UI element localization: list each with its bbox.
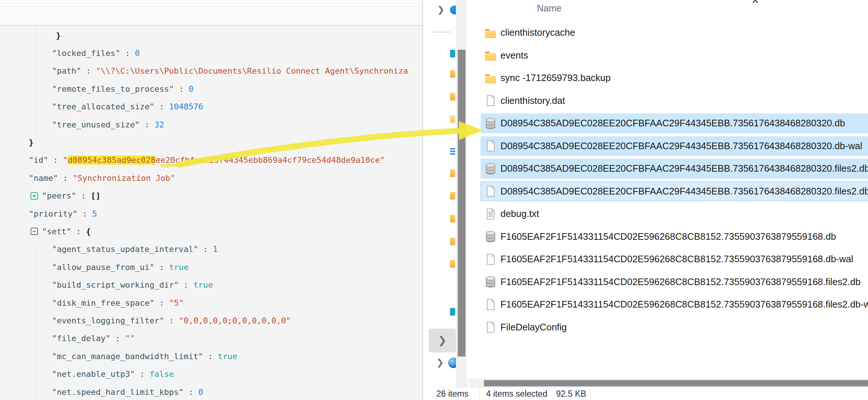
json-token-key: "name" xyxy=(29,173,58,183)
tree-folder-icon xyxy=(450,192,455,200)
file-row-content: FileDelayConfig xyxy=(484,316,567,339)
file-row[interactable]: events xyxy=(467,44,868,67)
json-token-key: "priority" xyxy=(29,209,77,218)
expand-navpane-button[interactable]: ❯ xyxy=(429,329,456,352)
onedrive-icon[interactable] xyxy=(450,6,456,14)
file-row[interactable]: debug.txt xyxy=(467,203,868,225)
collapse-icon[interactable] xyxy=(31,228,38,235)
tree-folder-icon xyxy=(450,260,455,268)
json-line: "sett" : { xyxy=(0,222,422,240)
horizontal-scrollbar[interactable] xyxy=(470,379,868,388)
file-name: sync -1712659793.backup xyxy=(500,73,611,83)
file-row[interactable]: D08954C385AD9EC028EE20CFBFAAC29F44345EBB… xyxy=(467,157,868,180)
json-token-punc: : xyxy=(81,66,96,76)
json-token-punc: : xyxy=(179,280,193,290)
json-line: } xyxy=(0,133,422,151)
file-name: D08954C385AD9EC028EE20CFBFAAC29F44345EBB… xyxy=(500,118,845,129)
json-token-num: 32 xyxy=(154,120,164,129)
json-token-brace: [] xyxy=(91,191,101,200)
file-row[interactable]: F1605EAF2F1F514331154CD02E596268C8CB8152… xyxy=(467,225,868,248)
folder-icon xyxy=(484,49,497,62)
chevron-right-icon[interactable]: ❯ xyxy=(436,358,444,367)
file-row-content: D08954C385AD9EC028EE20CFBFAAC29F44345EBB… xyxy=(484,157,868,180)
file-row[interactable]: F1605EAF2F1F514331154CD02E596268C8CB8152… xyxy=(467,271,868,294)
chevron-right-icon[interactable]: ❯ xyxy=(437,5,444,14)
json-token-num: 0 xyxy=(198,387,203,397)
json-token-str: ee20cfbfaac29f44345ebb869a4cf79ce54d48de… xyxy=(155,155,385,165)
json-token-punc: : xyxy=(174,84,189,94)
tree-item-icon xyxy=(450,308,455,316)
tree-item-icon xyxy=(450,50,455,57)
expand-icon[interactable] xyxy=(31,192,38,200)
json-token-key: "allow_pause_from_ui" xyxy=(52,263,154,272)
json-line: "build_script_working_dir" : true xyxy=(0,276,422,294)
json-token-punc: : xyxy=(203,352,218,361)
json-token-key: "disk_min_free_space" xyxy=(52,298,154,308)
file-row[interactable]: D08954C385AD9EC028EE20CFBFAAC29F44345EBB… xyxy=(467,112,868,135)
selection-size: 92.5 KB xyxy=(556,389,586,399)
file-row[interactable]: D08954C385AD9EC028EE20CFBFAAC29F44345EBB… xyxy=(467,135,868,158)
db-icon xyxy=(484,230,497,243)
file-row-content: F1605EAF2F1F514331154CD02E596268C8CB8152… xyxy=(484,271,861,294)
column-header-name[interactable]: Name xyxy=(537,3,562,14)
file-name: D08954C385AD9EC028EE20CFBFAAC29F44345EBB… xyxy=(500,186,868,197)
file-name: F1605EAF2F1F514331154CD02E596268C8CB8152… xyxy=(500,254,853,264)
file-row-content: D08954C385AD9EC028EE20CFBFAAC29F44345EBB… xyxy=(484,112,845,135)
file-row[interactable]: clienthistorycache xyxy=(467,21,868,44)
file-row-content: clienthistorycache xyxy=(484,21,575,44)
json-viewer-toolbar xyxy=(0,7,422,25)
tree-folder-icon xyxy=(450,93,455,101)
json-line: "disk_min_free_space" : "5" xyxy=(0,294,422,312)
json-line: "net.enable_utp3" : false xyxy=(0,365,422,383)
file-name: F1605EAF2F1F514331154CD02E596268C8CB8152… xyxy=(500,277,861,287)
tree-folder-icon xyxy=(450,215,455,222)
network-globe-icon[interactable] xyxy=(448,358,456,368)
json-token-punc: : xyxy=(154,298,169,308)
tree-folder-icon xyxy=(450,238,455,245)
file-icon xyxy=(484,94,497,107)
json-token-punc: : xyxy=(135,369,150,379)
close-icon[interactable]: ✕ xyxy=(751,0,759,6)
file-icon xyxy=(484,140,497,152)
json-token-punc: : xyxy=(48,155,63,165)
json-token-num: 0 xyxy=(135,49,140,58)
file-row[interactable]: clienthistory.dat xyxy=(467,90,868,112)
json-line: "remote_files_to_process" : 0 xyxy=(0,80,422,98)
json-token-punc: : xyxy=(154,102,169,111)
file-name: clienthistorycache xyxy=(500,27,575,38)
json-line: "locked_files" : 0 xyxy=(0,44,422,62)
file-row[interactable]: sync -1712659793.backup xyxy=(467,67,868,90)
json-token-key: "file_delay" xyxy=(52,334,110,343)
file-explorer-window: ❯ ❯ ❯ Name ✕ clienthistorycacheeventssyn… xyxy=(422,0,868,400)
file-row[interactable]: F1605EAF2F1F514331154CD02E596268C8CB8152… xyxy=(467,293,868,316)
json-token-key: "remote_files_to_process" xyxy=(52,84,174,94)
file-row-content: sync -1712659793.backup xyxy=(484,67,611,90)
json-line: "name" : "Synchronization Job" xyxy=(0,169,422,187)
vertical-scrollbar[interactable] xyxy=(456,0,467,388)
file-row-content: events xyxy=(484,44,528,67)
json-line: "priority" : 5 xyxy=(0,205,422,222)
tree-folder-icon xyxy=(450,169,455,177)
file-icon xyxy=(484,298,497,311)
scrollbar-thumb[interactable] xyxy=(458,50,465,357)
json-line: "path" : "\\?\C:\Users\Public\Documents\… xyxy=(0,62,422,80)
json-token-brace: } xyxy=(56,31,61,40)
file-row[interactable]: D08954C385AD9EC028EE20CFBFAAC29F44345EBB… xyxy=(467,180,868,203)
json-token-key: "tree_unused_size" xyxy=(52,120,140,129)
file-name: F1605EAF2F1F514331154CD02E596268C8CB8152… xyxy=(500,299,868,310)
json-token-punc: : xyxy=(140,120,154,129)
file-row[interactable]: F1605EAF2F1F514331154CD02E596268C8CB8152… xyxy=(467,248,868,271)
json-token-str: "" xyxy=(125,334,135,343)
file-row-content: F1605EAF2F1F514331154CD02E596268C8CB8152… xyxy=(484,248,853,271)
json-viewer-titlebar xyxy=(0,0,422,7)
scrollbar-thumb[interactable] xyxy=(484,380,868,386)
file-row-content: clienthistory.dat xyxy=(484,90,565,112)
json-token-num: 0 xyxy=(189,84,193,94)
json-line: "mc_can_manage_bandwidth_limit" : true xyxy=(0,347,422,365)
json-token-str: "5" xyxy=(169,298,184,308)
json-token-num: 5 xyxy=(92,209,97,218)
file-row[interactable]: FileDelayConfig xyxy=(467,316,868,339)
file-list: Name ✕ clienthistorycacheeventssync -171… xyxy=(467,0,868,379)
json-token-num: 1048576 xyxy=(169,102,203,111)
db-icon xyxy=(484,117,497,130)
